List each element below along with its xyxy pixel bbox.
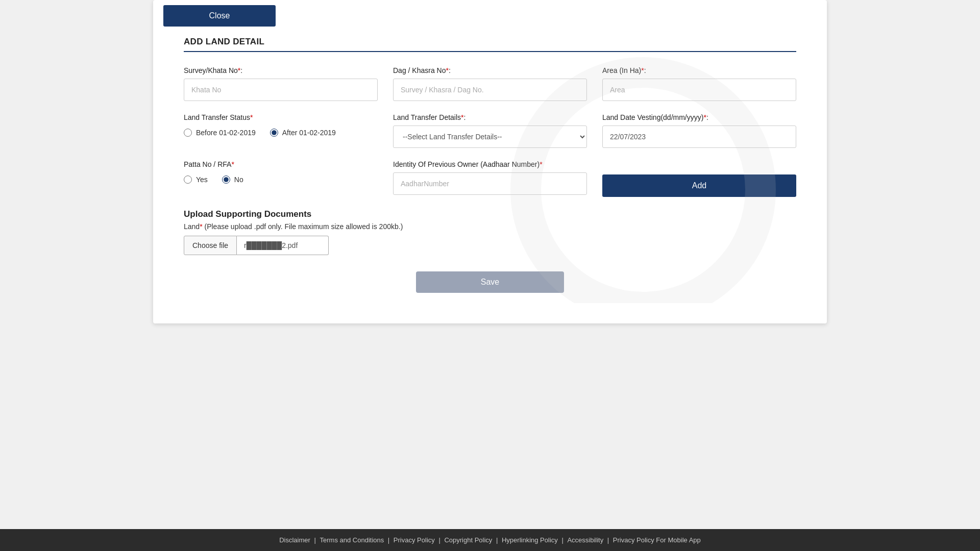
form-group-add-btn: Add xyxy=(602,160,796,197)
form-group-patta: Patta No / RFA* Yes No xyxy=(184,160,378,197)
add-button[interactable]: Add xyxy=(602,174,796,197)
footer-privacy-mobile[interactable]: Privacy Policy For Mobile App xyxy=(613,536,701,544)
form-group-transfer-status: Land Transfer Status* Before 01-02-2019 … xyxy=(184,113,378,148)
transfer-status-label: Land Transfer Status* xyxy=(184,113,378,121)
section-divider xyxy=(184,51,796,52)
form-row-3: Patta No / RFA* Yes No xyxy=(184,160,796,197)
file-name-display: r███████2.pdf xyxy=(237,236,329,255)
radio-no[interactable] xyxy=(222,176,230,184)
radio-before-text: Before 01-02-2019 xyxy=(196,129,256,137)
footer-links: Disclaimer | Terms and Conditions | Priv… xyxy=(10,536,970,544)
upload-title: Upload Supporting Documents xyxy=(184,209,796,219)
form-group-transfer-details: Land Transfer Details*: --Select Land Tr… xyxy=(393,113,587,148)
section-title: ADD LAND DETAIL xyxy=(184,37,796,47)
transfer-details-label: Land Transfer Details*: xyxy=(393,113,587,121)
form-group-survey-khata: Survey/Khata No*: xyxy=(184,66,378,101)
form-group-date-vesting: Land Date Vesting(dd/mm/yyyy)*: xyxy=(602,113,796,148)
required-marker: * xyxy=(250,113,253,121)
upload-section: Upload Supporting Documents Land* (Pleas… xyxy=(184,209,796,255)
area-label: Area (In Ha)*: xyxy=(602,66,796,74)
form-row-2: Land Transfer Status* Before 01-02-2019 … xyxy=(184,113,796,148)
aadhaar-label: Identity Of Previous Owner (Aadhaar Numb… xyxy=(393,160,587,168)
footer-disclaimer[interactable]: Disclaimer xyxy=(279,536,310,544)
save-button[interactable]: Save xyxy=(416,271,564,293)
radio-yes-text: Yes xyxy=(196,176,208,184)
footer-copyright[interactable]: Copyright Policy xyxy=(444,536,492,544)
upload-land-label: Land* (Please upload .pdf only. File max… xyxy=(184,222,796,231)
aadhaar-input[interactable] xyxy=(393,172,587,195)
required-marker: * xyxy=(540,160,542,168)
footer-terms[interactable]: Terms and Conditions xyxy=(320,536,384,544)
dag-khasra-input[interactable] xyxy=(393,79,587,101)
form-row-1: Survey/Khata No*: Dag / Khasra No*: Area… xyxy=(184,66,796,101)
upload-instruction: (Please upload .pdf only. File maximum s… xyxy=(205,222,403,231)
transfer-status-radio-group: Before 01-02-2019 After 01-02-2019 xyxy=(184,129,378,137)
radio-after-label[interactable]: After 01-02-2019 xyxy=(270,129,336,137)
close-button[interactable]: Close xyxy=(163,5,276,27)
footer-hyperlinking[interactable]: Hyperlinking Policy xyxy=(502,536,558,544)
radio-yes[interactable] xyxy=(184,176,192,184)
radio-before-label[interactable]: Before 01-02-2019 xyxy=(184,129,256,137)
date-vesting-input[interactable] xyxy=(602,126,796,148)
save-btn-row: Save xyxy=(184,271,796,293)
required-marker: * xyxy=(231,160,234,168)
radio-yes-label[interactable]: Yes xyxy=(184,176,208,184)
radio-no-text: No xyxy=(234,176,243,184)
footer: Disclaimer | Terms and Conditions | Priv… xyxy=(0,529,980,551)
transfer-details-select[interactable]: --Select Land Transfer Details-- xyxy=(393,126,587,148)
radio-after[interactable] xyxy=(270,129,278,137)
radio-after-text: After 01-02-2019 xyxy=(282,129,336,137)
dag-khasra-label: Dag / Khasra No*: xyxy=(393,66,587,74)
form-group-dag-khasra: Dag / Khasra No*: xyxy=(393,66,587,101)
survey-khata-input[interactable] xyxy=(184,79,378,101)
footer-accessibility[interactable]: Accessibility xyxy=(567,536,603,544)
radio-before[interactable] xyxy=(184,129,192,137)
choose-file-button[interactable]: Choose file xyxy=(184,236,237,255)
area-input[interactable] xyxy=(602,79,796,101)
radio-no-label[interactable]: No xyxy=(222,176,243,184)
patta-label: Patta No / RFA* xyxy=(184,160,378,168)
survey-khata-label: Survey/Khata No*: xyxy=(184,66,378,74)
form-group-aadhaar: Identity Of Previous Owner (Aadhaar Numb… xyxy=(393,160,587,197)
footer-privacy[interactable]: Privacy Policy xyxy=(394,536,435,544)
date-vesting-label: Land Date Vesting(dd/mm/yyyy)*: xyxy=(602,113,796,121)
form-group-area: Area (In Ha)*: xyxy=(602,66,796,101)
file-input-row: Choose file r███████2.pdf xyxy=(184,236,796,255)
patta-radio-group: Yes No xyxy=(184,176,378,184)
required-marker: * xyxy=(200,222,202,231)
